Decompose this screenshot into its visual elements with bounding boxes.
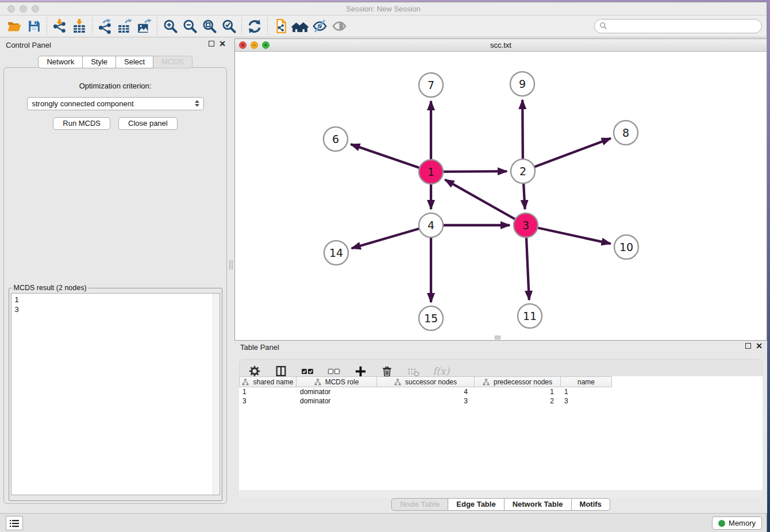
home-icon[interactable]: [290, 17, 310, 36]
apply-layout-icon[interactable]: [245, 17, 264, 36]
open-session-icon[interactable]: [5, 17, 24, 36]
float-panel-icon[interactable]: [209, 41, 214, 47]
cell-predecessor-nodes[interactable]: 2: [475, 396, 561, 406]
edge-3-1[interactable]: [445, 180, 526, 225]
close-panel-icon[interactable]: ✕: [219, 41, 226, 47]
tab-node-table[interactable]: Node Table: [391, 498, 448, 511]
panel-splitter-handle[interactable]: [229, 260, 233, 269]
tab-select[interactable]: Select: [116, 56, 153, 68]
cell-shared-name[interactable]: 1: [239, 387, 297, 396]
zoom-selected-icon[interactable]: [219, 17, 238, 36]
table-row[interactable]: 1dominator411: [239, 387, 763, 396]
svg-text:3: 3: [522, 219, 529, 232]
node-9[interactable]: 9: [510, 72, 534, 96]
canvas-scrollbar-thumb[interactable]: [495, 336, 500, 340]
cell-name[interactable]: 3: [561, 396, 612, 406]
column-header-name[interactable]: name: [561, 376, 612, 387]
import-table-icon[interactable]: [70, 17, 89, 36]
export-network-icon[interactable]: [95, 17, 115, 36]
tab-mcds[interactable]: MCDS: [153, 56, 192, 68]
apply-function-icon[interactable]: f(x): [433, 365, 449, 377]
node-table: shared nameMCDS rolesuccessor nodesprede…: [239, 376, 763, 490]
result-line: 3: [15, 304, 220, 314]
node-4[interactable]: 4: [419, 213, 443, 237]
network-view-window: × − + scc.txt 7968124314101511: [234, 38, 767, 341]
table-panel-title: Table Panel: [240, 343, 279, 352]
criterion-value: strongly connected component: [32, 99, 134, 108]
import-network-icon[interactable]: [50, 17, 70, 36]
node-3[interactable]: 3: [514, 213, 538, 237]
memory-label: Memory: [729, 519, 756, 527]
zoom-out-icon[interactable]: [180, 17, 199, 36]
cell-predecessor-nodes[interactable]: 1: [475, 387, 561, 396]
node-6[interactable]: 6: [324, 127, 348, 151]
status-bar: Memory: [0, 513, 767, 532]
node-7[interactable]: 7: [419, 73, 443, 97]
cell-successor-nodes[interactable]: 3: [377, 396, 475, 406]
cell-name[interactable]: 1: [561, 387, 612, 396]
cell-successor-nodes[interactable]: 4: [377, 387, 475, 396]
share-network-icon[interactable]: [271, 17, 290, 36]
column-header-shared-name[interactable]: shared name: [239, 376, 297, 387]
edge-3-10[interactable]: [526, 225, 611, 244]
minimize-window-button[interactable]: [20, 5, 27, 13]
edge-2-8[interactable]: [523, 138, 611, 171]
titlebar: Session: New Session: [0, 2, 767, 16]
node-10[interactable]: 10: [614, 235, 638, 259]
svg-text:10: 10: [619, 241, 633, 253]
maximize-window-button[interactable]: [32, 5, 39, 13]
memory-status-icon: [718, 520, 725, 527]
network-canvas[interactable]: 7968124314101511: [235, 52, 767, 340]
table-scroll-strip[interactable]: [239, 490, 763, 498]
column-header-successor-nodes[interactable]: successor nodes: [377, 376, 475, 387]
show-graphics-icon[interactable]: [329, 17, 349, 36]
export-image-icon[interactable]: [134, 17, 154, 36]
save-session-icon[interactable]: [24, 17, 44, 36]
node-1[interactable]: 1: [419, 160, 443, 184]
close-window-button[interactable]: [7, 5, 15, 13]
export-table-icon[interactable]: [115, 17, 134, 36]
tab-network[interactable]: Network: [38, 56, 83, 68]
mcds-result-fieldset: MCDS result (2 nodes) 13: [9, 284, 222, 501]
optimization-label: Optimization criterion:: [79, 82, 152, 90]
column-header-predecessor-nodes[interactable]: predecessor nodes: [475, 376, 561, 387]
cell-MCDS-role[interactable]: dominator: [297, 387, 377, 396]
node-15[interactable]: 15: [419, 306, 443, 330]
node-14[interactable]: 14: [324, 241, 348, 265]
network-zoom-button[interactable]: +: [262, 41, 270, 49]
close-panel-button[interactable]: Close panel: [118, 117, 178, 130]
main-toolbar: [0, 16, 767, 37]
tab-edge-table[interactable]: Edge Table: [448, 498, 504, 511]
node-8[interactable]: 8: [614, 121, 638, 145]
table-float-panel-icon[interactable]: [745, 343, 751, 349]
tab-motifs[interactable]: Motifs: [572, 498, 610, 511]
cell-MCDS-role[interactable]: dominator: [297, 396, 377, 406]
mcds-result-list[interactable]: 13: [11, 293, 220, 495]
control-panel-title: Control Panel: [6, 41, 51, 49]
search-input[interactable]: [594, 19, 762, 33]
column-header-MCDS-role[interactable]: MCDS role: [297, 376, 377, 387]
network-title: scc.txt: [235, 39, 767, 52]
svg-text:7: 7: [428, 79, 434, 91]
cell-shared-name[interactable]: 3: [239, 396, 297, 406]
window-title: Session: New Session: [0, 2, 767, 16]
table-close-panel-icon[interactable]: ✕: [756, 343, 763, 349]
node-2[interactable]: 2: [511, 159, 535, 183]
table-tabs: Node TableEdge TableNetwork TableMotifs: [234, 498, 767, 511]
network-minimize-button[interactable]: −: [251, 41, 258, 49]
tab-style[interactable]: Style: [83, 56, 116, 68]
zoom-fit-icon[interactable]: [199, 17, 219, 36]
zoom-in-icon[interactable]: [160, 17, 180, 36]
node-11[interactable]: 11: [518, 304, 542, 328]
result-scrollbar[interactable]: [213, 294, 220, 495]
table-row[interactable]: 3dominator323: [239, 396, 763, 406]
criterion-dropdown[interactable]: strongly connected component: [27, 97, 204, 110]
svg-text:11: 11: [523, 310, 537, 322]
hide-annotations-icon[interactable]: [310, 17, 329, 36]
run-mcds-button[interactable]: Run MCDS: [53, 117, 110, 130]
network-close-button[interactable]: ×: [239, 41, 247, 49]
memory-button[interactable]: Memory: [712, 516, 762, 530]
svg-text:9: 9: [519, 78, 526, 90]
tab-network-table[interactable]: Network Table: [505, 498, 572, 511]
task-history-button[interactable]: [6, 516, 23, 530]
